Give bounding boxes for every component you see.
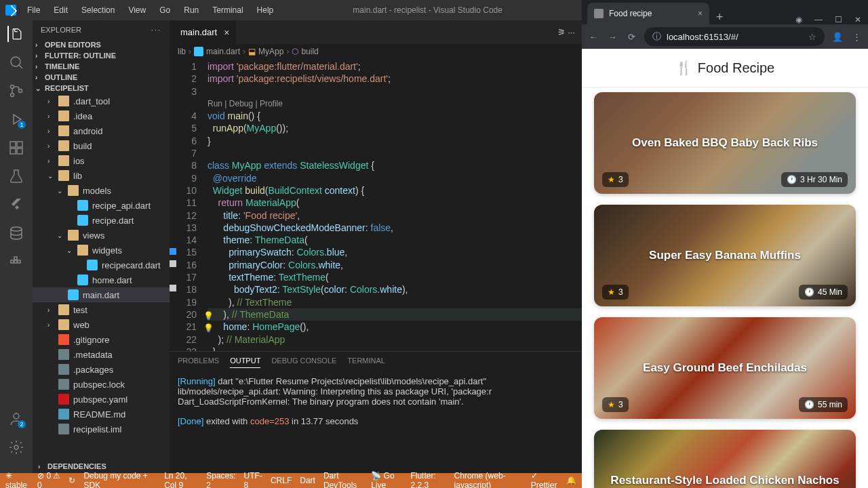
database-icon[interactable] (8, 225, 24, 241)
tree-item[interactable]: home.dart (33, 272, 170, 287)
forward-icon[interactable]: → (606, 32, 618, 42)
source-control-icon[interactable] (8, 83, 24, 99)
explorer-icon[interactable] (7, 26, 24, 42)
testing-icon[interactable] (8, 168, 24, 184)
status-item[interactable]: Dart (300, 476, 315, 485)
tree-item[interactable]: ⌄models (33, 183, 170, 198)
recipe-card[interactable]: Super Easy Banana Muffins ★3 🕐45 Min (594, 205, 856, 306)
status-item[interactable]: ⊘ 0 ⚠ 0 (37, 471, 60, 488)
tab-main-dart[interactable]: main.dart × (170, 20, 237, 44)
new-tab-icon[interactable]: + (709, 10, 730, 24)
settings-icon[interactable] (8, 439, 24, 455)
menu-view[interactable]: View (123, 3, 151, 18)
tree-item[interactable]: ›build (33, 138, 170, 153)
tree-item[interactable]: ›.dart_tool (33, 94, 170, 108)
status-item[interactable]: ↻ (68, 476, 75, 485)
back-icon[interactable]: ← (587, 32, 599, 42)
status-item[interactable]: ✳ stable (5, 471, 29, 488)
tree-item[interactable]: ›android (33, 123, 170, 138)
breadcrumb[interactable]: lib› main.dart› ⬓MyApp› ⬡build (170, 44, 582, 59)
tree-item[interactable]: recipelist.iml (33, 422, 170, 436)
badge: 2 (18, 420, 26, 428)
tree-item[interactable]: ⌄lib (33, 168, 170, 183)
minimize-icon[interactable]: — (814, 15, 823, 24)
codelens[interactable]: Run | Debug | Profile (208, 98, 582, 110)
status-item[interactable]: Flutter: 2.2.3 (410, 471, 446, 488)
tree-item[interactable]: .packages (33, 362, 170, 377)
status-item[interactable]: UTF-8 (244, 471, 262, 488)
output-panel[interactable]: [Running] dart "e:\Flutter Resume Projec… (170, 372, 582, 473)
close-icon[interactable]: × (698, 9, 703, 18)
flutter-icon[interactable] (8, 197, 24, 213)
editor-actions-icon[interactable]: ⚞ ··· (551, 27, 582, 37)
status-item[interactable]: 🔔 (566, 476, 576, 485)
status-item[interactable]: 📡 Go Live (371, 471, 402, 488)
more-icon[interactable]: ··· (151, 26, 161, 34)
tree-item[interactable]: ›.idea (33, 108, 170, 123)
panel-tab-problems[interactable]: PROBLEMS (178, 357, 219, 367)
panel-tab-debug-console[interactable]: DEBUG CONSOLE (271, 357, 336, 367)
status-item[interactable]: ✓ Prettier (531, 471, 558, 488)
status-item[interactable]: Ln 20, Col 9 (164, 471, 198, 488)
code-content[interactable]: import 'package:flutter/material.dart';i… (208, 59, 582, 351)
recipe-card[interactable]: Oven Baked BBQ Baby Back Ribs ★3 🕐3 Hr 3… (594, 92, 856, 194)
tree-item[interactable]: .gitignore (33, 332, 170, 347)
tree-item[interactable]: ›ios (33, 153, 170, 168)
recipe-card[interactable]: Easy Ground Beef Enchiladas ★3 🕐55 min (594, 317, 856, 419)
tree-item[interactable]: README.md (33, 407, 170, 422)
section-open-editors[interactable]: ›OPEN EDITORS (33, 39, 170, 50)
menubar: FileEditSelectionViewGoRunTerminalHelp (22, 3, 279, 18)
tree-item[interactable]: main.dart (33, 287, 170, 302)
run-debug-icon[interactable]: 1 (8, 111, 24, 127)
menu-help[interactable]: Help (252, 3, 279, 18)
status-item[interactable]: Dart DevTools (323, 471, 363, 488)
docker-icon[interactable] (8, 253, 24, 270)
site-info-icon[interactable]: ⓘ (652, 30, 661, 43)
menu-selection[interactable]: Selection (76, 3, 120, 18)
maximize-icon[interactable]: ☐ (835, 15, 842, 24)
svg-rect-7 (17, 148, 22, 154)
menu-terminal[interactable]: Terminal (207, 3, 248, 18)
tree-item[interactable]: pubspec.lock (33, 377, 170, 392)
tree-item[interactable]: ⌄views (33, 228, 170, 243)
status-item[interactable]: Spaces: 2 (206, 471, 235, 488)
section-outline[interactable]: ›OUTLINE (33, 72, 170, 83)
tree-item[interactable]: ⌄widgets (33, 243, 170, 258)
menu-edit[interactable]: Edit (48, 3, 73, 18)
app-content[interactable]: 🍴 Food Recipe Oven Baked BBQ Baby Back R… (582, 49, 868, 488)
status-item[interactable]: Debug my code + SDK (83, 471, 148, 488)
close-icon[interactable]: × (224, 27, 229, 38)
recipe-card[interactable]: Restaurant-Style Loaded Chicken Nachos ★… (594, 430, 856, 488)
browser-menu-icon[interactable]: ⋮ (850, 32, 863, 42)
reload-icon[interactable]: ⟳ (625, 32, 637, 42)
section-flutter-outline[interactable]: ›FLUTTER: OUTLINE (33, 50, 170, 61)
status-item[interactable]: Chrome (web-javascript) (454, 471, 523, 488)
bookmark-icon[interactable]: ☆ (808, 32, 816, 42)
menu-go[interactable]: Go (154, 3, 176, 18)
tree-item[interactable]: recipe_api.dart (33, 198, 170, 213)
close-window-icon[interactable]: ✕ (854, 15, 861, 24)
search-icon[interactable] (8, 54, 24, 70)
incognito-icon[interactable]: ◉ (795, 15, 802, 24)
browser-tab[interactable]: Food recipe × (587, 3, 709, 24)
account-icon[interactable]: 2 (8, 411, 24, 427)
menu-file[interactable]: File (22, 3, 45, 18)
section-timeline[interactable]: ›TIMELINE (33, 61, 170, 72)
status-item[interactable]: CRLF (271, 476, 292, 485)
section-project[interactable]: ⌄RECIPELIST (33, 83, 170, 94)
tree-item[interactable]: .metadata (33, 347, 170, 362)
panel-tab-terminal[interactable]: TERMINAL (347, 357, 385, 367)
tree-item[interactable]: recipecard.dart (33, 258, 170, 272)
panel-tab-output[interactable]: OUTPUT (230, 357, 260, 368)
tree-item[interactable]: pubspec.yaml (33, 392, 170, 407)
profile-icon[interactable]: 👤 (831, 32, 844, 42)
code-area[interactable]: 123456789101112131415161718192021222324 … (170, 59, 582, 351)
tree-item[interactable]: ›test (33, 302, 170, 317)
tree-item[interactable]: recipe.dart (33, 213, 170, 228)
address-bar[interactable]: ⓘ localhost:61513/#/ ☆ (644, 27, 825, 46)
tree-label: .idea (73, 111, 92, 121)
extensions-icon[interactable] (8, 140, 24, 156)
tree-item[interactable]: ›web (33, 317, 170, 332)
menu-run[interactable]: Run (178, 3, 204, 18)
tree-label: ios (73, 156, 85, 166)
